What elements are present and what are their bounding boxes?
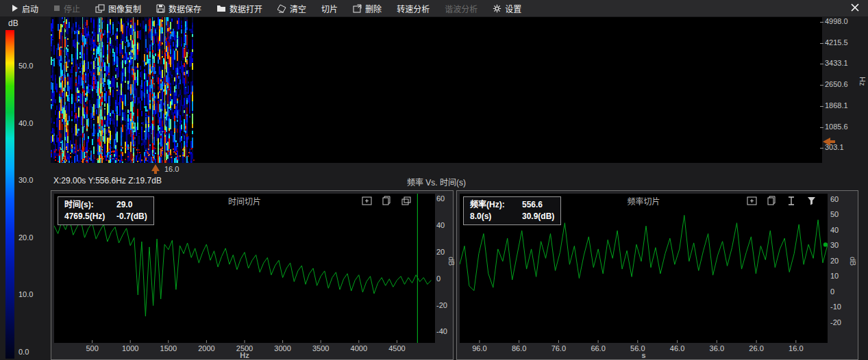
time-info-label-1: 时间(s): xyxy=(64,199,116,211)
spectrogram-axis-unit: Hz xyxy=(858,77,867,86)
layers-button[interactable] xyxy=(399,196,413,208)
delete-icon xyxy=(353,4,362,13)
time-info-value-1: 29.0 xyxy=(116,200,132,209)
ibeam-button[interactable] xyxy=(784,196,798,208)
freq-info-label-1: 频率(Hz): xyxy=(470,199,522,211)
spectrogram-title: 频率 Vs. 时间(s) xyxy=(51,176,822,188)
x-axis-tick: 2500 xyxy=(236,344,253,352)
toolbar-button-label: 设置 xyxy=(505,3,521,14)
time-slice-y-unit: dB xyxy=(447,257,456,266)
x-axis-tick: 96.0 xyxy=(472,344,486,352)
toolbar-button-3[interactable]: 图像复制 xyxy=(88,0,149,16)
time-info-label-2: 4769.5(Hz) xyxy=(64,211,116,222)
spectrogram-plot[interactable] xyxy=(51,17,822,163)
toolbar-button-label: 数据保存 xyxy=(169,3,201,14)
colorbar-tick: 10.0 xyxy=(18,290,33,298)
image-copy-icon xyxy=(95,4,105,13)
x-axis-tick: 3000 xyxy=(274,344,290,352)
folder-open-icon xyxy=(216,4,226,12)
y-axis-tick: 40 xyxy=(830,226,839,234)
toolbar: 启动停止图像复制数据保存数据打开清空切片删除转速分析谐波分析设置 xyxy=(0,0,868,16)
y-axis-tick: -40 xyxy=(436,327,447,335)
copy-page-icon xyxy=(767,196,776,208)
colorbar-unit-label: dB xyxy=(8,18,18,28)
x-axis-tick: 26.0 xyxy=(749,344,763,352)
x-axis-tick: 4500 xyxy=(388,344,405,352)
toolbar-button-label: 谐波分析 xyxy=(445,3,478,14)
x-axis-tick: 1000 xyxy=(122,344,138,352)
time-slice-panel: 时间切片 时间(s):29.0 4769.5(Hz)-0.7(dB) Hz dB… xyxy=(51,190,454,360)
x-axis-tick: 46.0 xyxy=(670,344,684,352)
toolbar-button-label: 图像复制 xyxy=(108,3,141,14)
close-icon xyxy=(851,2,859,14)
y-axis-tick: 60 xyxy=(436,194,445,203)
x-axis-tick: 4000 xyxy=(351,344,367,352)
y-axis-tick: 0 xyxy=(830,287,834,296)
y-axis-tick: 20 xyxy=(436,248,445,256)
freq-slice-y-unit: dB xyxy=(849,257,857,266)
toolbar-button-6[interactable]: 清空 xyxy=(270,0,314,16)
toolbar-items: 启动停止图像复制数据保存数据打开清空切片删除转速分析谐波分析设置 xyxy=(4,0,529,16)
toolbar-button-5[interactable]: 数据打开 xyxy=(209,0,270,16)
clear-icon xyxy=(277,4,286,13)
freq-info-value-1: 556.6 xyxy=(522,200,543,209)
toolbar-button-8[interactable]: 删除 xyxy=(345,0,389,16)
freq-axis-tick: 3433.1 xyxy=(825,59,848,67)
freq-info-label-2: 8.0(s) xyxy=(470,211,522,222)
ibeam-icon xyxy=(787,196,795,208)
y-axis-tick: 10 xyxy=(830,272,839,280)
x-axis-tick: 2000 xyxy=(198,344,214,352)
time-slice-toolbar xyxy=(360,196,413,208)
freq-axis-tick: 1085.6 xyxy=(825,123,848,131)
y-axis-tick: 40 xyxy=(436,221,445,229)
y-axis-tick: 20 xyxy=(830,257,839,265)
freq-axis-tick: 4998.0 xyxy=(825,17,848,25)
save-icon xyxy=(156,4,165,13)
colorbar-gradient xyxy=(5,30,14,359)
x-axis-tick: 1500 xyxy=(160,344,177,352)
add-window-button[interactable] xyxy=(360,196,373,208)
spectrogram-image xyxy=(51,17,822,163)
y-axis-tick: 50 xyxy=(830,210,839,218)
add-window-button[interactable] xyxy=(745,196,758,208)
y-axis-tick: 60 xyxy=(830,195,839,203)
gear-icon xyxy=(493,4,501,13)
toolbar-button-label: 删除 xyxy=(365,3,382,14)
time-info-value-2: -0.7(dB) xyxy=(116,211,147,221)
freq-axis-tick: 2650.6 xyxy=(825,80,848,88)
toolbar-button-label: 切片 xyxy=(321,3,338,14)
x-axis-tick: 76.0 xyxy=(551,344,566,352)
copy-page-button[interactable] xyxy=(765,196,778,208)
time-cursor-arrow[interactable] xyxy=(151,164,160,171)
play-icon xyxy=(12,5,18,12)
colorbar-tick: 40.0 xyxy=(18,119,33,127)
toolbar-button-9[interactable]: 转速分析 xyxy=(389,0,437,16)
freq-info-value-2: 30.9(dB) xyxy=(522,211,554,221)
copy-page-button[interactable] xyxy=(380,196,393,208)
toolbar-button-4[interactable]: 数据保存 xyxy=(149,0,209,16)
freq-slice-panel: 频率切片 频率(Hz):556.6 8.0(s)30.9(dB) s dB 96… xyxy=(456,190,858,360)
time-slice-infobox: 时间(s):29.0 4769.5(Hz)-0.7(dB) xyxy=(58,196,154,225)
filter-button[interactable] xyxy=(804,196,818,208)
freq-cursor-arrow[interactable] xyxy=(823,138,830,146)
toolbar-button-label: 启动 xyxy=(22,3,38,14)
x-axis-tick: 86.0 xyxy=(512,344,526,352)
y-axis-tick: 30 xyxy=(830,241,839,249)
toolbar-button-label: 转速分析 xyxy=(397,3,430,14)
x-axis-tick: 56.0 xyxy=(630,344,645,352)
y-axis-tick: 0 xyxy=(436,274,441,283)
x-axis-tick: 36.0 xyxy=(710,344,724,352)
close-button[interactable] xyxy=(847,1,863,15)
toolbar-button-1[interactable]: 启动 xyxy=(4,0,46,16)
x-axis-tick: 3500 xyxy=(312,344,329,352)
freq-slice-toolbar xyxy=(745,196,818,208)
copy-page-icon xyxy=(382,196,391,208)
time-cursor-label: 16.0 xyxy=(164,165,179,173)
filter-icon xyxy=(807,196,816,208)
add-window-icon xyxy=(362,196,372,208)
colorbar-tick: 20.0 xyxy=(18,233,33,242)
cursor-status: X:29.00s Y:556.6Hz Z:19.7dB xyxy=(53,176,162,185)
analyzer-window: 启动停止图像复制数据保存数据打开清空切片删除转速分析谐波分析设置 dB 50.0… xyxy=(0,0,868,360)
toolbar-button-7[interactable]: 切片 xyxy=(314,0,345,16)
toolbar-button-11[interactable]: 设置 xyxy=(485,0,529,16)
